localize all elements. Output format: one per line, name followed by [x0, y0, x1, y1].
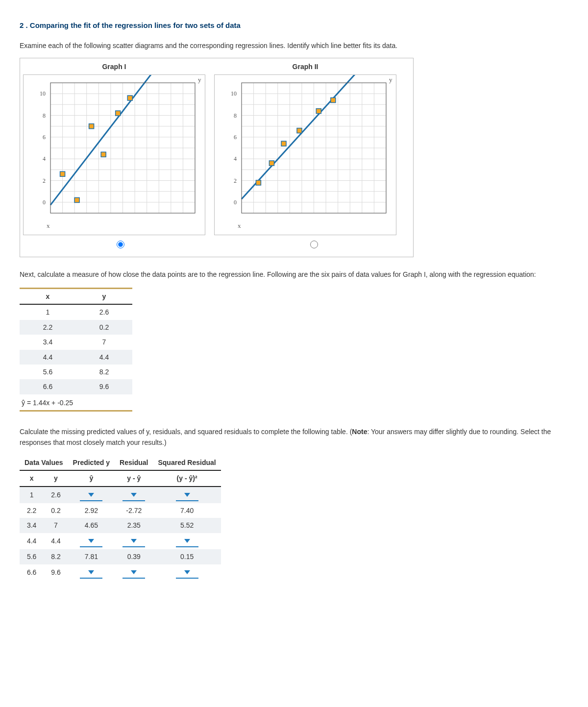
- table-row-y: 8.2: [76, 365, 132, 379]
- cell-diff: [115, 533, 153, 549]
- sub-x: x: [20, 470, 44, 486]
- dropdown-select[interactable]: [122, 489, 145, 501]
- svg-text:8: 8: [43, 112, 46, 119]
- dropdown-select[interactable]: [80, 566, 102, 579]
- cell-diff: [115, 564, 153, 581]
- svg-rect-38: [101, 152, 106, 157]
- cell-x: 2.2: [20, 503, 44, 518]
- sub-diff: y - ŷ: [115, 470, 153, 486]
- prompt-1: Examine each of the following scatter di…: [20, 40, 568, 51]
- prompt-3: Calculate the missing predicted values o…: [20, 426, 568, 448]
- chevron-down-icon: [184, 539, 190, 543]
- cell-y: 4.4: [44, 533, 68, 549]
- cell-x: 4.4: [20, 533, 44, 549]
- svg-rect-80: [297, 128, 302, 133]
- svg-text:4: 4: [234, 155, 237, 162]
- sub-y: y: [44, 470, 68, 486]
- cell-sq: 0.15: [153, 549, 220, 564]
- cell-sq: 5.52: [153, 518, 220, 533]
- svg-rect-36: [74, 197, 79, 202]
- dropdown-select[interactable]: [122, 566, 145, 579]
- svg-rect-78: [269, 161, 274, 166]
- table-row-y: 0.2: [76, 320, 132, 335]
- cell-diff: [115, 487, 153, 503]
- cell-y: 9.6: [44, 564, 68, 581]
- sub-sq: (y - ŷ)²: [153, 470, 220, 486]
- col-y: y: [76, 289, 132, 304]
- cell-diff: 2.35: [115, 518, 153, 533]
- dropdown-select[interactable]: [80, 535, 102, 547]
- svg-text:10: 10: [40, 90, 46, 97]
- svg-rect-79: [281, 141, 286, 146]
- chevron-down-icon: [131, 570, 137, 574]
- svg-text:0: 0: [234, 199, 237, 206]
- dropdown-select[interactable]: [176, 489, 198, 501]
- chevron-down-icon: [184, 493, 190, 497]
- table-row-x: 1: [20, 304, 76, 319]
- svg-rect-81: [316, 108, 321, 113]
- graph1-chart: 0246810yx: [23, 74, 205, 235]
- table-row-y: 2.6: [76, 304, 132, 319]
- cell-yhat: 7.81: [68, 549, 115, 564]
- cell-yhat: 2.92: [68, 503, 115, 518]
- chevron-down-icon: [184, 570, 190, 574]
- table-row-y: 4.4: [76, 350, 132, 365]
- cell-diff: -2.72: [115, 503, 153, 518]
- svg-text:6: 6: [43, 134, 46, 141]
- table-row-x: 3.4: [20, 335, 76, 349]
- cell-x: 3.4: [20, 518, 44, 533]
- graph2-chart: 0246810yx: [214, 74, 396, 235]
- cell-yhat: [68, 487, 115, 503]
- cell-x: 1: [20, 487, 44, 503]
- cell-x: 5.6: [20, 549, 44, 564]
- svg-rect-40: [127, 96, 132, 100]
- svg-text:y: y: [389, 76, 392, 83]
- radio-graph1[interactable]: [114, 239, 126, 251]
- table-row-x: 4.4: [20, 350, 76, 365]
- radio-graph2[interactable]: [308, 239, 319, 251]
- cell-y: 0.2: [44, 503, 68, 518]
- graph-choice-card: Graph I 0246810yx Graph II 0246810yx: [20, 58, 414, 257]
- dropdown-select[interactable]: [80, 489, 102, 501]
- grp-data-values: Data Values: [20, 455, 68, 470]
- cell-sq: [153, 564, 220, 581]
- cell-diff: 0.39: [115, 549, 153, 564]
- dropdown-select[interactable]: [176, 535, 198, 547]
- svg-text:8: 8: [234, 112, 237, 119]
- dropdown-select[interactable]: [122, 535, 145, 547]
- residual-table: Data Values Predicted y Residual Squared…: [20, 455, 284, 581]
- grp-predicted: Predicted y: [68, 455, 115, 470]
- dropdown-select[interactable]: [176, 566, 198, 579]
- table-row-x: 6.6: [20, 379, 76, 394]
- cell-sq: [153, 533, 220, 549]
- table-row-x: 5.6: [20, 365, 76, 379]
- data-value-table: x y 12.62.20.23.474.44.45.68.26.69.6 ŷ …: [20, 288, 132, 412]
- col-x: x: [20, 289, 76, 304]
- cell-sq: [153, 487, 220, 503]
- grp-squared: Squared Residual: [153, 455, 220, 470]
- svg-text:2: 2: [234, 177, 237, 184]
- cell-sq: 7.40: [153, 503, 220, 518]
- cell-yhat: [68, 564, 115, 581]
- sub-yhat: ŷ: [68, 470, 115, 486]
- cell-yhat: 4.65: [68, 518, 115, 533]
- table-row-y: 9.6: [76, 379, 132, 394]
- regression-equation: ŷ = 1.44x + -0.25: [20, 394, 132, 410]
- svg-text:2: 2: [43, 177, 46, 184]
- svg-rect-35: [60, 171, 65, 176]
- cell-yhat: [68, 533, 115, 549]
- graph1-title: Graph I: [102, 61, 126, 72]
- chevron-down-icon: [88, 493, 94, 497]
- cell-y: 7: [44, 518, 68, 533]
- cell-x: 6.6: [20, 564, 44, 581]
- question-title: 2 . Comparing the fit of the regression …: [20, 20, 568, 31]
- svg-text:x: x: [47, 222, 50, 229]
- svg-text:0: 0: [43, 199, 46, 206]
- svg-rect-82: [331, 98, 336, 102]
- svg-text:10: 10: [231, 90, 237, 97]
- svg-rect-37: [89, 123, 94, 128]
- svg-text:4: 4: [43, 155, 46, 162]
- svg-text:x: x: [238, 222, 241, 229]
- svg-text:6: 6: [234, 134, 237, 141]
- chevron-down-icon: [88, 539, 94, 543]
